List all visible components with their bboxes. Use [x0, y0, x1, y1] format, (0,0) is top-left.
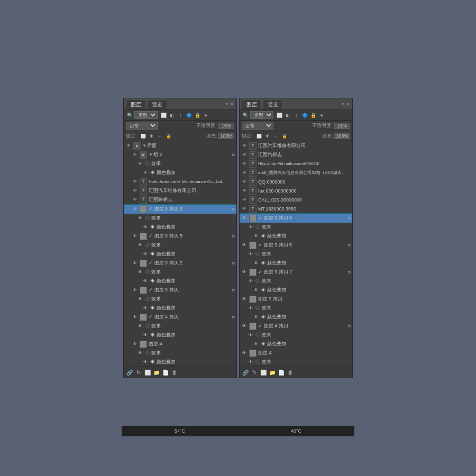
eye-icon[interactable]: 👁 [136, 350, 144, 357]
eye-icon[interactable]: 👁 [142, 169, 149, 177]
eye-icon[interactable]: 👁 [241, 169, 248, 177]
layer-item[interactable]: 👁 ✓ 图层 9 拷贝 5 fx [124, 232, 236, 241]
eye-icon[interactable]: 👁 [241, 269, 248, 276]
mask-button-right[interactable]: ⬜ [260, 369, 267, 376]
filter-toggle-right[interactable]: ● [318, 112, 325, 119]
layer-item[interactable]: 👁 ◇ 效果 [124, 295, 236, 304]
fill-input-left[interactable] [218, 133, 234, 139]
eye-icon[interactable]: 👁 [131, 287, 139, 294]
layer-item[interactable]: 👁 ◈ 颜色叠加 [124, 168, 236, 177]
delete-layer-button-right[interactable]: 🗑 [287, 369, 294, 376]
tab-channels-left[interactable]: 通道 [147, 99, 167, 109]
layers-list-right[interactable]: 👁 T 汇图汽车维修有限公司 👁 T 汇图狗标志 👁 T Http://http… [240, 141, 352, 367]
filter-text-right[interactable]: T [292, 112, 300, 119]
filter-pixel-right[interactable]: ⬜ [276, 112, 283, 119]
eye-icon[interactable]: 👁 [241, 160, 248, 168]
eye-icon[interactable]: 👁 [142, 251, 149, 258]
eye-icon[interactable]: 👁 [131, 233, 139, 240]
layer-item[interactable]: 👁 ◈ 颜色叠加 [240, 259, 352, 268]
layer-item[interactable]: 👁 ◇ 效果 [124, 214, 236, 223]
eye-icon[interactable]: 👁 [247, 251, 254, 258]
eye-icon[interactable]: 👁 [125, 142, 132, 150]
lock-all-icon[interactable]: 🔒 [165, 132, 172, 140]
filter-toggle[interactable]: ● [202, 112, 209, 119]
eye-icon[interactable]: 👁 [247, 305, 254, 312]
eye-icon[interactable]: 👁 [252, 233, 260, 240]
eye-icon[interactable]: 👁 [131, 314, 139, 321]
panel-close-right[interactable]: ✕ [346, 102, 350, 107]
eye-icon[interactable]: 👁 [241, 350, 248, 357]
layer-item[interactable]: 👁 ✓ 图层 9 拷贝 5 fx [240, 241, 352, 250]
lock-pixel-right[interactable]: ⬜ [255, 132, 263, 140]
eye-icon[interactable]: 👁 [142, 305, 149, 312]
layer-item[interactable]: 👁 图层 4 [124, 340, 236, 349]
layer-item[interactable]: 👁 图层 4 [240, 349, 352, 358]
layer-item[interactable]: 👁 ✓ 图层 4 拷贝 fx [124, 313, 236, 322]
eye-icon[interactable]: 👁 [252, 341, 260, 348]
filter-smart-icon[interactable]: 🔒 [194, 112, 201, 119]
layer-item[interactable]: 👁 T 汇图汽车维修有限公司 [124, 186, 236, 195]
layer-item[interactable]: 👁 T MT:1830000 3580 [240, 204, 352, 213]
eye-icon[interactable]: 👁 [136, 269, 144, 276]
eye-icon[interactable]: 👁 [142, 332, 149, 339]
eye-icon[interactable]: 👁 [252, 314, 260, 321]
link-layers-button-right[interactable]: 🔗 [242, 369, 249, 376]
eye-icon[interactable]: 👁 [241, 187, 248, 195]
layer-item[interactable]: 👁 ◇ 效果 [124, 322, 236, 331]
eye-icon[interactable]: 👁 [131, 260, 139, 267]
filter-select-right[interactable]: 类型 [250, 111, 273, 119]
fx-button[interactable]: fx [135, 369, 142, 376]
link-layers-button[interactable]: 🔗 [126, 369, 133, 376]
layer-item[interactable]: 👁 T add汇图网汽车信息有限公司52格（XXX城市… [240, 168, 352, 177]
layer-item[interactable]: 👁 ◇ 效果 [240, 223, 352, 232]
layer-item[interactable]: 👁 ◈ 颜色叠加 [124, 331, 236, 340]
layer-item[interactable]: 👁 ◇ 效果 [240, 331, 352, 340]
layer-item[interactable]: 👁 ✓ 图层 4 拷贝 fx [240, 322, 352, 331]
eye-icon[interactable]: 👁 [241, 296, 248, 303]
lock-move-right[interactable]: ↔ [272, 132, 280, 140]
layer-item[interactable]: 👁 ✓ 图层 9 拷贝 2 fx [124, 259, 236, 268]
layer-item[interactable]: 👁 ◇ 效果 [240, 358, 352, 367]
tab-layers-left[interactable]: 图层 [126, 99, 146, 109]
eye-icon[interactable]: 👁 [131, 187, 139, 195]
filter-shape-right[interactable]: 🔷 [301, 112, 308, 119]
layer-item[interactable]: 👁 ◇ 效果 [240, 250, 352, 259]
filter-pixel-icon[interactable]: ⬜ [160, 112, 167, 119]
eye-icon[interactable]: 👁 [241, 242, 248, 249]
eye-icon[interactable]: 👁 [131, 341, 139, 348]
eye-icon[interactable]: 👁 [252, 287, 260, 294]
lock-pos-icon[interactable]: ✚ [148, 132, 155, 140]
layer-item[interactable]: 👁 ◈ 颜色叠加 [240, 232, 352, 241]
eye-icon[interactable]: 👁 [131, 178, 139, 186]
layer-item[interactable]: 👁 T Huitu Automobile Maintenance Co., Lt… [124, 177, 236, 186]
panel-options-icon[interactable]: ≡ [226, 102, 228, 107]
filter-select-left[interactable]: 类型 [134, 111, 158, 119]
new-layer-button[interactable]: 📄 [162, 369, 169, 376]
layer-item[interactable]: 👁 T QQ:0000000 [240, 177, 352, 186]
eye-icon[interactable]: 👁 [136, 242, 144, 249]
eye-icon[interactable]: 👁 [142, 359, 149, 366]
eye-icon[interactable]: 👁 [241, 196, 248, 204]
layer-item[interactable]: 👁 ✓ 图层 9 拷贝 2 fx [240, 268, 352, 277]
eye-icon[interactable]: 👁 [241, 151, 248, 159]
layer-item[interactable]: 👁 T 汇图狗标志 [240, 150, 352, 159]
layer-item[interactable]: 👁 ◇ 效果 [124, 268, 236, 277]
layer-item[interactable]: 👁 ◈ 颜色叠加 [124, 304, 236, 313]
eye-icon[interactable]: 👁 [241, 215, 248, 222]
layer-item[interactable]: 👁 ◈ 颜色叠加 [124, 250, 236, 259]
filter-shape-icon[interactable]: 🔷 [185, 112, 193, 119]
opacity-input-left[interactable] [218, 123, 234, 129]
eye-icon[interactable]: 👁 [241, 178, 248, 186]
eye-icon[interactable]: 👁 [136, 296, 144, 303]
eye-icon[interactable]: 👁 [241, 205, 248, 213]
blend-select-right[interactable]: 正常 [242, 122, 273, 130]
eye-icon[interactable]: 👁 [247, 359, 254, 366]
layer-item[interactable]: 👁 ◇ 效果 [240, 304, 352, 313]
eye-icon[interactable]: 👁 [136, 160, 144, 168]
fill-input-right[interactable] [334, 133, 350, 139]
delete-layer-button[interactable]: 🗑 [171, 369, 178, 376]
layer-item[interactable]: 👁 T fax:020-00000000 [240, 186, 352, 195]
layer-item[interactable]: 👁 ▶ ▼ 后面 [124, 141, 236, 150]
eye-icon[interactable]: 👁 [136, 323, 144, 330]
filter-adjust-icon[interactable]: ◐ [168, 112, 176, 119]
